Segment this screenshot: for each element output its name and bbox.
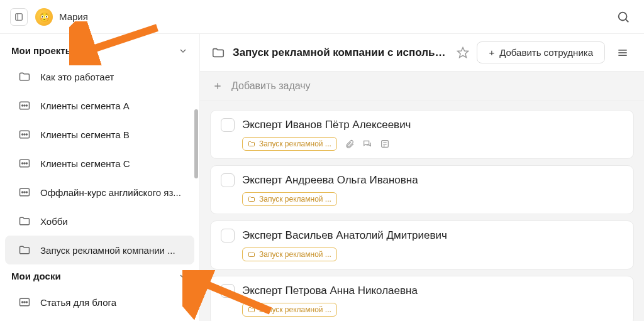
sidebar-item-label: Как это работает — [40, 72, 114, 82]
avatar[interactable]: 😳 — [35, 8, 53, 26]
board-icon — [18, 99, 31, 112]
favorite-button[interactable] — [457, 46, 469, 59]
board-icon — [18, 128, 31, 141]
sidebar-item[interactable]: Запуск рекламной компании ... — [5, 236, 194, 264]
svg-point-9 — [26, 134, 27, 135]
main-header: Запуск рекламной компании с использован.… — [200, 34, 644, 72]
search-button[interactable] — [613, 6, 634, 28]
project-tag[interactable]: Запуск рекламной ... — [242, 137, 337, 151]
section-boards-label: Мои доски — [11, 271, 61, 281]
svg-point-13 — [26, 163, 27, 164]
task-checkbox[interactable] — [221, 229, 235, 242]
board-icon — [18, 185, 31, 199]
svg-point-20 — [24, 302, 25, 303]
board-icon — [18, 295, 31, 309]
task-checkbox[interactable] — [221, 118, 235, 132]
sidebar: Мои проекты Как это работаетКлиенты сегм… — [0, 34, 200, 321]
section-projects-label: Мои проекты — [11, 45, 73, 56]
svg-point-8 — [24, 134, 25, 135]
add-collaborator-button[interactable]: + Добавить сотрудника — [477, 41, 605, 63]
sidebar-item-label: Клиенты сегмента А — [40, 101, 130, 111]
task-title: Эксперт Васильев Анатолий Дмитриевич — [242, 229, 447, 242]
folder-icon — [211, 46, 225, 60]
topbar: 😳 Мария — [0, 0, 644, 34]
svg-point-19 — [22, 302, 23, 303]
sidebar-item[interactable]: Клиенты сегмента В — [5, 120, 194, 149]
svg-point-7 — [22, 134, 23, 135]
sidebar-item[interactable]: Как это работает — [5, 62, 194, 91]
sidebar-item-label: Клиенты сегмента С — [40, 158, 130, 169]
attachment-icon — [345, 139, 355, 149]
task-checkbox[interactable] — [221, 284, 235, 298]
svg-point-3 — [22, 105, 23, 106]
sidebar-item[interactable]: Оффлайн-курс английского яз... — [5, 178, 194, 207]
page-title: Запуск рекламной компании с использован.… — [233, 46, 449, 59]
task-card[interactable]: Эксперт Андреева Ольга ИвановнаЗапуск ре… — [210, 165, 634, 214]
sidebar-item[interactable]: Хобби — [5, 207, 194, 236]
plus-icon — [213, 81, 223, 91]
task-card[interactable]: Эксперт Иванов Пётр АлексеевичЗапуск рек… — [210, 110, 634, 159]
svg-point-5 — [26, 105, 27, 106]
sidebar-item-label: Статья для блога — [40, 297, 116, 308]
task-card[interactable]: Эксперт Петрова Анна НиколаевнаЗапуск ре… — [210, 276, 634, 321]
collapse-sidebar-button[interactable] — [10, 8, 28, 26]
svg-point-11 — [22, 163, 23, 164]
sidebar-item[interactable]: Клиенты сегмента А — [5, 91, 194, 120]
svg-point-16 — [24, 192, 25, 193]
svg-point-12 — [24, 163, 25, 164]
sidebar-item-label: Хобби — [40, 216, 68, 227]
plus-icon: + — [489, 47, 494, 58]
sidebar-item-label: Оффлайн-курс английского яз... — [40, 187, 181, 198]
project-tag[interactable]: Запуск рекламной ... — [242, 192, 337, 206]
task-list: Эксперт Иванов Пётр АлексеевичЗапуск рек… — [200, 101, 644, 321]
add-task-button[interactable]: Добавить задачу — [200, 72, 644, 101]
username: Мария — [59, 11, 88, 22]
main-panel: Запуск рекламной компании с использован.… — [200, 34, 644, 321]
project-tag-label: Запуск рекламной ... — [259, 305, 331, 314]
sidebar-item[interactable]: Статья для блога — [5, 288, 194, 317]
chevron-down-icon — [178, 271, 188, 281]
task-card[interactable]: Эксперт Васильев Анатолий ДмитриевичЗапу… — [210, 220, 634, 269]
svg-point-1 — [619, 12, 627, 20]
section-boards-header[interactable]: Мои доски — [0, 264, 199, 288]
project-tag[interactable]: Запуск рекламной ... — [242, 248, 337, 261]
folder-icon — [18, 214, 31, 228]
svg-point-15 — [22, 192, 23, 193]
board-icon — [18, 156, 31, 170]
svg-rect-0 — [16, 13, 23, 20]
svg-point-4 — [24, 105, 25, 106]
section-projects-header[interactable]: Мои проекты — [0, 39, 199, 62]
task-checkbox[interactable] — [221, 173, 235, 187]
add-task-label: Добавить задачу — [231, 80, 311, 92]
svg-point-17 — [26, 192, 27, 193]
sidebar-item[interactable]: Клиенты сегмента С — [5, 149, 194, 178]
chevron-down-icon — [178, 46, 188, 56]
note-icon — [380, 139, 390, 149]
folder-icon — [18, 243, 31, 257]
svg-point-21 — [26, 302, 27, 303]
project-tag-label: Запуск рекламной ... — [259, 250, 331, 259]
project-tag-label: Запуск рекламной ... — [259, 139, 331, 148]
sidebar-item-label: Клиенты сегмента В — [40, 129, 130, 140]
project-tag-label: Запуск рекламной ... — [259, 195, 331, 204]
task-title: Эксперт Петрова Анна Николаевна — [242, 285, 418, 297]
add-collaborator-label: Добавить сотрудника — [499, 47, 593, 58]
more-menu-button[interactable] — [613, 43, 633, 63]
comment-icon — [362, 139, 372, 149]
task-title: Эксперт Иванов Пётр Алексеевич — [242, 119, 411, 131]
scrollbar[interactable] — [194, 109, 198, 178]
task-title: Эксперт Андреева Ольга Ивановна — [242, 174, 418, 187]
project-tag[interactable]: Запуск рекламной ... — [242, 303, 337, 317]
sidebar-item-label: Запуск рекламной компании ... — [40, 245, 175, 256]
folder-icon — [18, 70, 31, 84]
